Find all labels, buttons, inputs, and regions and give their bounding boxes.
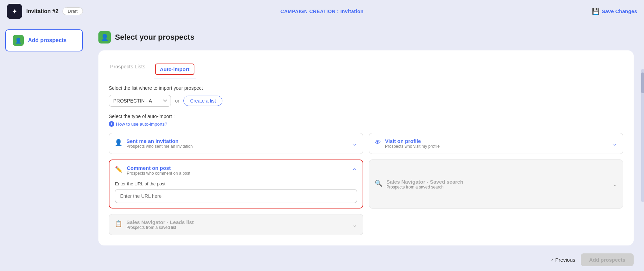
chevron-up-icon[interactable]: ⌄	[352, 167, 357, 174]
options-grid: 👤 Sent me an invitation Prospects who se…	[109, 133, 623, 235]
draft-badge: Draft	[63, 7, 83, 15]
auto-import-type-label: Select the type of auto-import :	[109, 114, 623, 119]
list-section-label: Select the list where to import your pro…	[109, 85, 623, 91]
main-content: 👤 Select your prospects Prospects Lists …	[88, 22, 644, 271]
header-center: CAMPAIGN CREATION : Invitation	[280, 9, 364, 14]
chevron-down-icon-saved: ⌄	[612, 180, 617, 188]
logo-icon: ✦	[7, 4, 22, 19]
option-visit-profile[interactable]: 👁 Visit on profile Prospects who visit m…	[369, 133, 623, 154]
person-icon: 👤	[115, 139, 122, 146]
option-comment-post[interactable]: ✏️ Comment on post Prospects who comment…	[109, 159, 363, 209]
save-icon: 💾	[592, 8, 599, 15]
page-title: Select your prospects	[115, 33, 194, 42]
add-prospects-sidebar-button[interactable]: 👤 Add prospects	[5, 29, 83, 51]
tabs-row: Prospects Lists Auto-import	[109, 61, 623, 78]
chevron-down-icon: ⌄	[352, 140, 357, 147]
previous-button[interactable]: ‹ Previous	[551, 257, 575, 263]
option-desc-sales-saved: Prospects from a saved search	[386, 185, 463, 190]
create-list-button[interactable]: Create a list	[183, 96, 222, 106]
page-title-icon: 👤	[98, 31, 111, 43]
chevron-down-icon-visit: ⌄	[612, 140, 617, 147]
scrollbar[interactable]	[641, 69, 644, 202]
scrollbar-thumb[interactable]	[641, 72, 644, 93]
search-icon: 🔍	[375, 180, 382, 187]
option-sales-nav-leads[interactable]: 📋 Sales Navigator - Leads list Prospects…	[109, 214, 363, 235]
list-select[interactable]: PROSPECTIN - A PROSPECTIN - B	[109, 95, 171, 107]
how-to-link[interactable]: i How to use auto-imports?	[109, 121, 623, 127]
option-title-sales-saved: Sales Navigator - Saved search	[386, 179, 463, 185]
chevron-left-icon: ‹	[551, 257, 553, 263]
top-header: ✦ Invitation #2 Draft CAMPAIGN CREATION …	[0, 0, 644, 22]
page-title-row: 👤 Select your prospects	[98, 31, 634, 43]
tab-prospects-lists[interactable]: Prospects Lists	[109, 61, 147, 78]
option-sales-nav-saved[interactable]: 🔍 Sales Navigator - Saved search Prospec…	[369, 159, 623, 209]
option-desc-leads: Prospects from a saved list	[126, 225, 194, 230]
option-left: 👤 Sent me an invitation Prospects who se…	[115, 138, 193, 149]
save-changes-button[interactable]: 💾 Save Changes	[592, 8, 637, 15]
content-card: Prospects Lists Auto-import Select the l…	[98, 50, 634, 245]
option-sent-invitation[interactable]: 👤 Sent me an invitation Prospects who se…	[109, 133, 363, 154]
option-title-visit: Visit on profile	[385, 138, 440, 144]
option-left: 🔍 Sales Navigator - Saved search Prospec…	[375, 179, 463, 190]
bottom-nav: ‹ Previous Add prospects	[88, 249, 644, 271]
eye-icon: 👁	[375, 139, 381, 146]
option-left: 👁 Visit on profile Prospects who visit m…	[375, 138, 440, 149]
option-title-comment: Comment on post	[127, 165, 190, 171]
sidebar: 👤 Add prospects	[0, 22, 88, 271]
or-text: or	[175, 98, 179, 104]
campaign-name: Invitation #2	[26, 8, 58, 14]
tab-auto-import[interactable]: Auto-import	[154, 61, 196, 78]
option-title-leads: Sales Navigator - Leads list	[126, 219, 194, 225]
pencil-icon: ✏️	[115, 166, 123, 173]
add-prospects-icon: 👤	[13, 35, 24, 46]
chevron-down-icon-leads: ⌄	[352, 221, 357, 229]
url-input[interactable]	[115, 189, 357, 203]
tab-auto-import-box[interactable]: Auto-import	[155, 64, 194, 75]
url-label: Enter the URL of the post	[115, 181, 357, 186]
info-icon: i	[109, 121, 114, 127]
option-left: ✏️ Comment on post Prospects who comment…	[115, 165, 190, 176]
option-left: 📋 Sales Navigator - Leads list Prospects…	[115, 219, 194, 230]
option-desc-sent: Prospects who sent me an invitation	[126, 144, 193, 149]
option-title-sent: Sent me an invitation	[126, 138, 193, 144]
header-left: ✦ Invitation #2 Draft	[7, 4, 83, 19]
option-desc-visit: Prospects who visit my profile	[385, 144, 440, 149]
add-prospects-button: Add prospects	[581, 253, 634, 266]
list-select-row: PROSPECTIN - A PROSPECTIN - B or Create …	[109, 95, 623, 107]
list-icon: 📋	[115, 220, 122, 228]
expanded-header: ✏️ Comment on post Prospects who comment…	[115, 165, 357, 176]
option-desc-comment: Prospects who comment on a post	[127, 171, 190, 176]
